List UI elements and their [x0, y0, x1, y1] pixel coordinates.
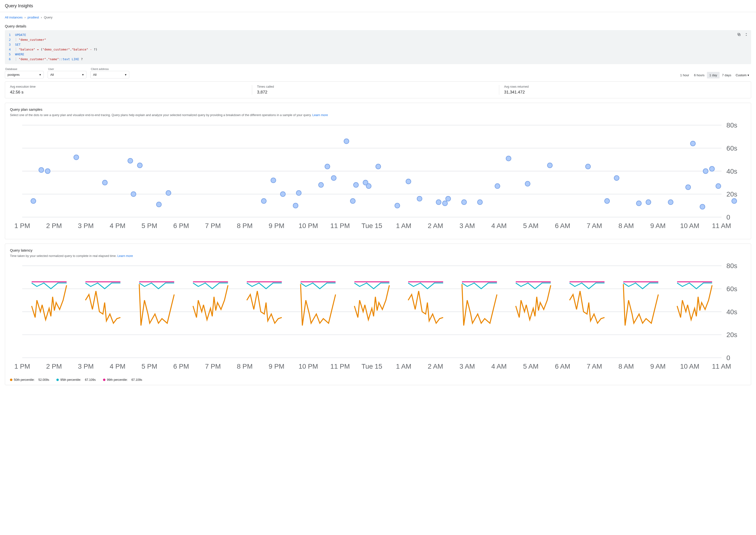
times-called-label: Times called	[257, 85, 494, 88]
avg-rows-label: Avg rows returned	[504, 85, 741, 88]
svg-text:9 AM: 9 AM	[650, 222, 666, 230]
dropdown-icon: ▾	[747, 73, 749, 77]
svg-text:5 PM: 5 PM	[141, 222, 157, 230]
sample-point[interactable]	[344, 139, 349, 144]
svg-text:20s: 20s	[726, 331, 737, 339]
sample-point[interactable]	[710, 166, 714, 171]
svg-text:7 PM: 7 PM	[205, 363, 221, 370]
sample-point[interactable]	[39, 168, 44, 172]
sample-point[interactable]	[376, 164, 381, 169]
client-label: Client address	[90, 68, 129, 70]
page-title: Query Insights	[0, 0, 756, 12]
dropdown-icon: ▾	[125, 73, 127, 76]
sample-point[interactable]	[700, 204, 705, 209]
svg-text:6 AM: 6 AM	[555, 222, 570, 230]
sample-point[interactable]	[614, 176, 619, 181]
sample-point[interactable]	[280, 192, 285, 196]
sample-point[interactable]	[446, 196, 451, 201]
sample-point[interactable]	[586, 164, 590, 169]
svg-text:60s: 60s	[726, 145, 737, 152]
sample-point[interactable]	[732, 198, 737, 203]
latency-line-chart[interactable]: 020s40s60s80s1 PM2 PM3 PM4 PM5 PM6 PM7 P…	[10, 260, 746, 376]
sql-code-block: 1UPDATE2│ "demo_customer"3SET4│ "balance…	[5, 30, 751, 64]
sample-point[interactable]	[646, 200, 651, 205]
breadcrumb-instance[interactable]: prodtest	[27, 15, 39, 19]
sample-point[interactable]	[31, 198, 36, 203]
sample-point[interactable]	[271, 178, 276, 183]
latency-title: Query latency	[10, 248, 746, 252]
sample-point[interactable]	[690, 141, 695, 146]
sample-point[interactable]	[318, 183, 323, 187]
sample-point[interactable]	[406, 179, 411, 184]
svg-text:80s: 80s	[726, 122, 737, 129]
latency-learn-more-link[interactable]: Learn more	[117, 254, 133, 258]
sample-point[interactable]	[605, 198, 610, 203]
sample-point[interactable]	[395, 203, 400, 208]
svg-text:7 AM: 7 AM	[587, 363, 602, 370]
sample-point[interactable]	[547, 163, 552, 168]
sample-point[interactable]	[166, 190, 171, 195]
client-select[interactable]: All▾	[90, 71, 129, 78]
sample-point[interactable]	[436, 200, 441, 205]
times-called-value: 3,872	[257, 90, 494, 95]
svg-text:5 PM: 5 PM	[141, 363, 157, 370]
svg-text:2 PM: 2 PM	[46, 222, 62, 230]
sample-point[interactable]	[366, 183, 371, 188]
sample-point[interactable]	[417, 196, 422, 201]
copy-icon[interactable]	[737, 32, 741, 37]
svg-text:11 PM: 11 PM	[331, 222, 350, 230]
sample-point[interactable]	[128, 158, 132, 163]
sample-point[interactable]	[354, 183, 358, 187]
svg-text:11 PM: 11 PM	[331, 363, 350, 370]
sample-point[interactable]	[506, 156, 511, 161]
sample-point[interactable]	[293, 203, 298, 208]
time-tab-custom[interactable]: Custom ▾	[734, 72, 751, 78]
sample-point[interactable]	[45, 169, 50, 173]
avg-exec-value: 42.56 s	[10, 90, 247, 95]
sample-point[interactable]	[74, 155, 79, 159]
sample-point[interactable]	[495, 183, 500, 188]
svg-text:2 AM: 2 AM	[428, 222, 443, 230]
latency-legend: 50th percentile: 52.009s 95th percentile…	[10, 376, 746, 381]
sample-point[interactable]	[703, 169, 708, 173]
sample-point[interactable]	[102, 180, 107, 185]
time-tab-1-day[interactable]: 1 day	[707, 72, 719, 78]
sample-point[interactable]	[131, 192, 136, 196]
sample-point[interactable]	[296, 190, 301, 195]
database-select[interactable]: postgres▾	[5, 71, 44, 78]
svg-text:5 AM: 5 AM	[523, 363, 538, 370]
user-label: User	[47, 68, 86, 70]
samples-scatter-chart[interactable]: 020s40s60s80s1 PM2 PM3 PM4 PM5 PM6 PM7 P…	[10, 119, 746, 236]
svg-text:8 AM: 8 AM	[619, 363, 634, 370]
svg-text:40s: 40s	[726, 308, 737, 316]
sample-point[interactable]	[325, 164, 330, 169]
samples-desc: Select one of the dots to see a query pl…	[10, 113, 746, 118]
sample-point[interactable]	[462, 200, 466, 205]
svg-text:6 AM: 6 AM	[555, 363, 570, 370]
sample-point[interactable]	[261, 198, 266, 203]
time-tab-1-hour[interactable]: 1 hour	[678, 72, 692, 78]
svg-text:8 AM: 8 AM	[619, 222, 634, 230]
sample-point[interactable]	[443, 201, 448, 206]
svg-text:4 AM: 4 AM	[491, 222, 507, 230]
user-select[interactable]: All▾	[47, 71, 86, 78]
avg-rows-value: 31,341.472	[504, 90, 741, 95]
time-tab-6-hours[interactable]: 6 hours	[692, 72, 707, 78]
sample-point[interactable]	[137, 163, 142, 168]
svg-text:11 AM: 11 AM	[712, 222, 731, 230]
sample-point[interactable]	[686, 185, 691, 190]
sample-point[interactable]	[478, 200, 482, 205]
sample-point[interactable]	[157, 202, 161, 207]
sample-point[interactable]	[636, 201, 641, 206]
sample-point[interactable]	[525, 181, 530, 186]
breadcrumb-all-instances[interactable]: All instances	[5, 15, 23, 19]
samples-learn-more-link[interactable]: Learn more	[312, 113, 328, 117]
collapse-icon[interactable]	[744, 32, 749, 37]
time-tab-7-days[interactable]: 7 days	[719, 72, 734, 78]
sample-point[interactable]	[668, 200, 673, 205]
sample-point[interactable]	[716, 183, 721, 188]
svg-text:3 AM: 3 AM	[460, 363, 475, 370]
sample-point[interactable]	[331, 176, 336, 181]
svg-text:40s: 40s	[726, 167, 737, 175]
sample-point[interactable]	[350, 198, 355, 203]
